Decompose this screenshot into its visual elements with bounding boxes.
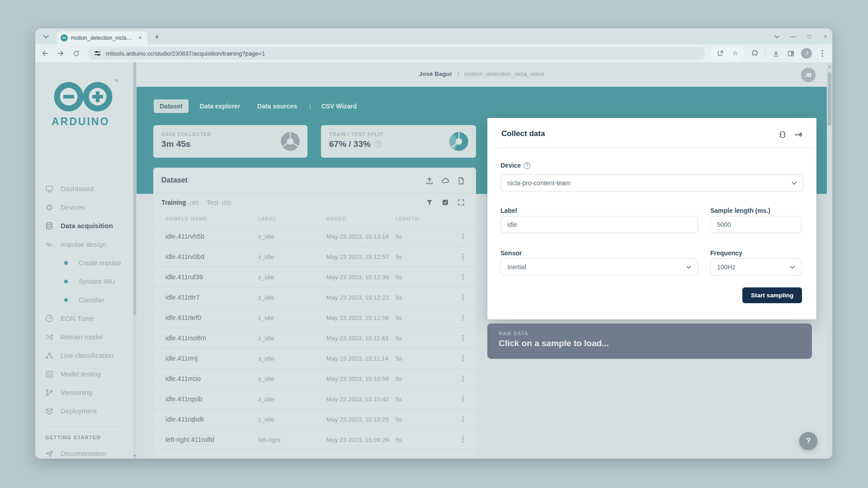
sidebar-item-syntiant-imu[interactable]: Syntiant IMU	[35, 272, 133, 291]
browser-toolbar: mltools.arduino.cc/studio/230837/acquisi…	[35, 44, 832, 62]
table-row[interactable]: idle.411rtef0z_idleMay 23 2023, 15:12:06…	[153, 307, 476, 328]
split-view-icon[interactable]	[786, 49, 795, 58]
row-kebab-icon[interactable]	[459, 253, 467, 260]
sidebar-item-documentation[interactable]: Documentation	[35, 444, 133, 459]
cloud-icon[interactable]	[441, 177, 449, 185]
maximize-button[interactable]: □	[806, 33, 812, 40]
info-question-icon[interactable]: ?	[374, 141, 381, 148]
sidebar-item-classifier[interactable]: Classifier	[35, 291, 133, 309]
arduino-infinity-icon	[52, 80, 115, 113]
data-collected-card: DATA COLLECTED 3m 45s	[153, 125, 307, 158]
filter-funnel-icon[interactable]	[425, 198, 434, 206]
tab-close-icon[interactable]: ×	[137, 34, 144, 42]
forward-icon[interactable]	[55, 48, 66, 59]
label-input[interactable]	[507, 221, 691, 228]
sample-length-input[interactable]	[717, 221, 795, 228]
close-button[interactable]: ×	[822, 33, 829, 40]
select-checkbox-icon[interactable]	[441, 198, 449, 206]
minimize-button[interactable]: —	[790, 33, 796, 40]
table-row[interactable]: idle.411rqbdkz_idleMay 23 2023, 15:10:25…	[153, 409, 476, 429]
url-bar[interactable]: mltools.arduino.cc/studio/230837/acquisi…	[88, 47, 705, 60]
device-chip-icon[interactable]	[778, 130, 787, 139]
sidebar-item-live-classification[interactable]: Live classification	[35, 346, 133, 365]
row-kebab-icon[interactable]	[459, 294, 467, 300]
browser-menu-kebab-icon[interactable]	[818, 49, 827, 58]
network-icon	[45, 352, 53, 360]
table-row[interactable]: idle.411rv0bdz_idleMay 23 2023, 15:12:57…	[153, 246, 476, 267]
share-icon[interactable]	[716, 49, 725, 58]
main-scrollbar-thumb[interactable]	[828, 72, 831, 126]
usb-icon[interactable]	[794, 130, 803, 139]
bookmark-star-icon[interactable]: ☆	[731, 49, 740, 58]
sidebar-item-devices[interactable]: Devices	[35, 198, 133, 216]
window-chevron-icon[interactable]	[774, 33, 780, 40]
col-added: ADDED	[326, 216, 396, 221]
browser-window: ∞ motion_detection_nicla_voice - × + — □…	[35, 28, 832, 459]
sidebar-item-versioning[interactable]: Versioning	[35, 383, 133, 402]
collect-data-panel: Collect data Device? nicla-	[487, 118, 816, 319]
device-select-value: nicla-pro-content-team	[507, 179, 571, 187]
sidebar-item-dashboard[interactable]: Dashboard	[35, 179, 133, 198]
sidebar-item-create-impulse[interactable]: Create impulse	[35, 253, 133, 272]
row-kebab-icon[interactable]	[459, 436, 467, 443]
row-kebab-icon[interactable]	[459, 375, 467, 382]
row-kebab-icon[interactable]	[459, 233, 467, 239]
sidebar-scrollbar[interactable]: ▾	[133, 62, 137, 459]
sidebar-item-eon-tuner[interactable]: EON Tuner	[35, 309, 133, 328]
tab-search-icon[interactable]	[42, 32, 51, 41]
sensor-select[interactable]: Inertial	[500, 258, 698, 276]
sidebar-item-impulse-design[interactable]: Impulse design	[35, 235, 133, 253]
user-avatar[interactable]: JB	[801, 68, 816, 82]
tab-data-sources[interactable]: Data sources	[251, 99, 303, 113]
sidebar-item-data-acquisition[interactable]: Data acquisition	[35, 216, 133, 235]
back-icon[interactable]	[40, 48, 51, 59]
extensions-icon[interactable]	[750, 49, 759, 58]
row-kebab-icon[interactable]	[459, 274, 467, 280]
breadcrumb-user[interactable]: José Bagur	[419, 70, 453, 77]
sidebar-item-retrain-model[interactable]: Retrain model	[35, 328, 133, 346]
browser-profile-avatar[interactable]: J	[801, 48, 812, 59]
expand-icon[interactable]	[457, 198, 465, 206]
table-row[interactable]: idle.411rttr7z_idleMay 23 2023, 15:12:22…	[153, 287, 476, 307]
file-icon[interactable]	[457, 177, 465, 185]
table-row[interactable]: idle.411ruf39z_idleMay 23 2023, 15:12:39…	[153, 267, 476, 287]
tab-data-explorer[interactable]: Data explorer	[194, 99, 246, 113]
table-row[interactable]: idle.411rvh5bz_idleMay 23 2023, 15:13:14…	[153, 226, 476, 246]
table-row[interactable]: idle.411rqsibz_idleMay 23 2023, 15:10:42…	[153, 389, 476, 409]
sidebar-item-deployment[interactable]: Deployment	[35, 402, 133, 420]
row-kebab-icon[interactable]	[459, 396, 467, 402]
site-settings-icon[interactable]	[94, 50, 101, 57]
device-select[interactable]: nicla-pro-content-team	[500, 174, 803, 192]
scroll-down-caret-icon[interactable]: ▾	[133, 454, 137, 458]
sidebar-item-model-testing[interactable]: Model testing	[35, 365, 133, 383]
scroll-up-caret-icon[interactable]: ▴	[827, 64, 832, 68]
table-row[interactable]: idle.411rso8mz_idleMay 23 2023, 15:11:43…	[153, 328, 476, 348]
main-scrollbar[interactable]: ▴	[827, 62, 832, 459]
frequency-select[interactable]: 100Hz	[710, 258, 802, 276]
training-tab[interactable]: Training (30)	[161, 199, 199, 206]
tab-csv-wizard[interactable]: CSV Wizard	[316, 99, 363, 113]
row-kebab-icon[interactable]	[459, 416, 467, 422]
sidebar-scrollbar-thumb[interactable]	[133, 62, 136, 315]
help-button[interactable]: ?	[799, 432, 817, 450]
url-text[interactable]: mltools.arduino.cc/studio/230837/acquisi…	[106, 50, 265, 57]
device-info-icon[interactable]: ?	[524, 162, 530, 169]
download-icon[interactable]	[771, 49, 780, 58]
sidebar-item-label: EON Tuner	[61, 314, 94, 322]
tab-dataset[interactable]: Dataset	[154, 99, 189, 113]
table-row[interactable]: idle.411rrcioz_idleMay 23 2023, 15:10:59…	[153, 368, 476, 389]
panel-divider	[490, 147, 814, 148]
breadcrumb-project[interactable]: motion_detection_nicla_voice	[464, 70, 544, 77]
upload-icon[interactable]	[425, 177, 434, 185]
new-tab-button[interactable]: +	[151, 32, 163, 43]
tab-title: motion_detection_nicla_voice -	[71, 35, 133, 41]
browser-tab[interactable]: ∞ motion_detection_nicla_voice - ×	[57, 31, 147, 44]
row-kebab-icon[interactable]	[459, 314, 467, 321]
row-kebab-icon[interactable]	[459, 335, 467, 341]
table-row[interactable]: left-right.411rolfdleft-rightMay 23 2023…	[153, 429, 476, 450]
table-row[interactable]: idle.411rrrijz_idleMay 23 2023, 15:11:14…	[153, 348, 476, 368]
start-sampling-button[interactable]: Start sampling	[742, 287, 802, 303]
reload-icon[interactable]	[71, 48, 81, 59]
row-kebab-icon[interactable]	[459, 355, 467, 361]
test-tab[interactable]: Test (15)	[207, 199, 231, 206]
